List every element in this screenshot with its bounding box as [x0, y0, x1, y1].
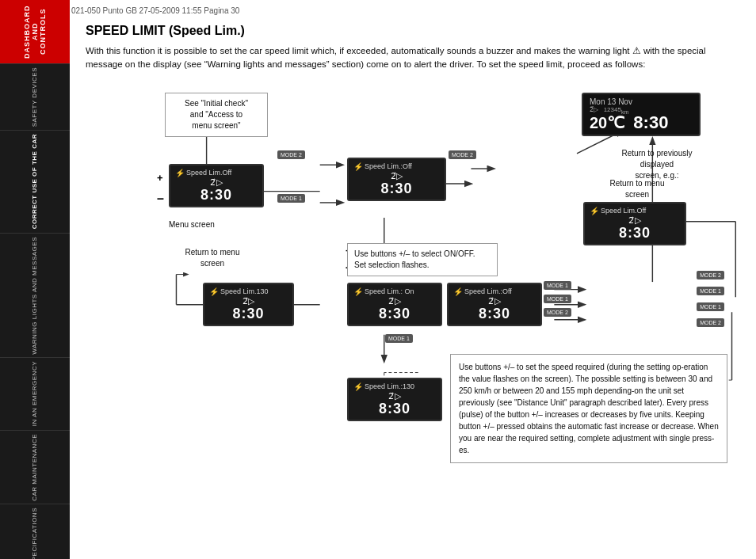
desc-box: Use buttons +/– to set the speed require…	[450, 354, 727, 463]
main-content: SPEED LIMIT (Speed Lim.) With this funct…	[70, 0, 756, 559]
mode-btn-1-far-right[interactable]: MODE 1	[697, 287, 724, 295]
diagram: See "Initial check"and "Access tomenu sc…	[86, 85, 740, 449]
sidebar-top-label: DASHBOARD AND CONTROLS	[0, 0, 70, 63]
annotation-onoff: Use buttons +/– to select ON/OFF.Set sel…	[347, 243, 498, 276]
sidebar-sections: SAFETY DEVICES CORRECT USE OF THE CAR WA…	[0, 63, 70, 559]
sidebar-item-technical[interactable]: TECHNICAL SPECIFICATIONS	[0, 504, 70, 559]
annotation-see-initial: See "Initial check"and "Access tomenu sc…	[165, 93, 268, 137]
mode-btn-1-top[interactable]: MODE 1	[277, 194, 305, 203]
mode-btn-1-speedon[interactable]: MODE 1	[385, 334, 413, 343]
lcd-screen2: ⚡Speed Lim.:Off 2⃗▷ 8:30	[347, 158, 446, 202]
sidebar-item-emergency[interactable]: IN AN EMERGENCY	[0, 357, 70, 429]
sidebar-item-maintenance[interactable]: CAR MAINTENANCE	[0, 430, 70, 504]
time-display: Mon 13 Nov 2⃗▷ 12345km 20℃ 8:30	[582, 93, 701, 137]
mode-btn-2-mid[interactable]: MODE 2	[449, 150, 476, 159]
mode-btn-1-right1[interactable]: MODE 1	[544, 281, 571, 290]
sidebar-item-correct-use[interactable]: CORRECT USE OF THE CAR	[0, 130, 70, 232]
mode-btn-2-far-right[interactable]: MODE 2	[697, 271, 724, 280]
page-title: SPEED LIMIT (Speed Lim.)	[86, 24, 740, 38]
sidebar-item-safety[interactable]: SAFETY DEVICES	[0, 63, 70, 130]
annotation-return-menu-left: Return to menuscreen	[173, 247, 252, 269]
lcd-speed130-left: ⚡Speed Lim.130 2⃗▷ 8:30	[203, 283, 294, 327]
mode-btn-1-far-right2[interactable]: MODE 1	[697, 302, 724, 311]
lcd-speed130-bottom: ⚡Speed Lim.:130 2⃗▷ 8:30	[347, 378, 442, 422]
annotation-return-menu-right: Return to menuscreen	[582, 178, 693, 200]
pm-minus-left: –	[157, 192, 164, 206]
mode-btn-2-far-right2[interactable]: MODE 2	[697, 318, 724, 327]
lcd-speed-on: ⚡Speed Lim.: On 2⃗▷ 8:30	[347, 283, 442, 327]
intro-text: With this function it is possible to set…	[86, 44, 740, 72]
sidebar: DASHBOARD AND CONTROLS SAFETY DEVICES CO…	[0, 0, 70, 559]
mode-btn-1-right2[interactable]: MODE 1	[544, 295, 571, 303]
mode-btn-2-right[interactable]: MODE 2	[544, 308, 571, 317]
sidebar-item-warning[interactable]: WARNING LIGHTS AND MESSAGES	[0, 233, 70, 358]
lcd-speed-off-right: ⚡Speed Lim.Off 2⃗▷ 8:30	[583, 202, 686, 246]
mode-btn-2-top[interactable]: MODE 2	[277, 150, 305, 159]
label-menu-screen: Menu screen	[169, 219, 215, 230]
pm-plus-left: +	[157, 172, 163, 184]
lcd-menu-screen: ⚡Speed Lim.Off 2⃗▷ 8:30	[169, 164, 264, 208]
annotation-return-prev: Return to previouslydisplayedscreen, e.g…	[605, 148, 708, 181]
lcd-speed-off-mid: ⚡Speed Lim.:Off 2⃗▷ 8:30	[447, 283, 542, 327]
